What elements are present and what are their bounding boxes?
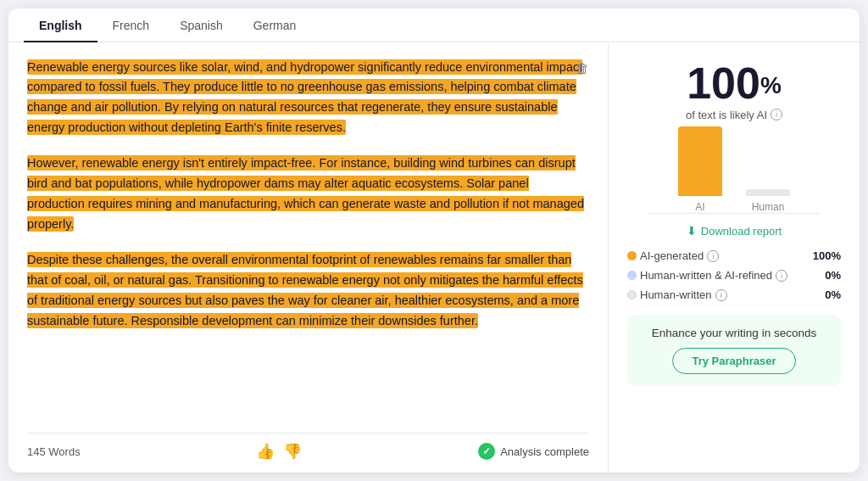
highlighted-text-2: However, renewable energy isn't entirely… [27, 155, 584, 232]
left-footer: 145 Words 👍 👎 Analysis complete [27, 433, 589, 461]
paraphraser-box: Enhance your writing in seconds Try Para… [627, 315, 841, 386]
paraphraser-title: Enhance your writing in seconds [641, 327, 827, 339]
paragraph-3: Despite these challenges, the overall en… [27, 250, 589, 332]
dot-refined [627, 271, 637, 280]
main-body: 🗑 Renewable energy sources like solar, w… [8, 42, 860, 473]
stat-pct-ai: 100% [813, 249, 841, 262]
stat-pct-refined: 0% [825, 269, 841, 282]
chart-bars: AI Human [661, 137, 807, 213]
percent-sign: % [760, 71, 782, 98]
likely-ai-label: of text is likely AI i [627, 109, 841, 121]
dot-human [627, 290, 637, 299]
thumbs-up-icon[interactable]: 👍 [256, 442, 275, 461]
human-bar [746, 189, 790, 196]
ai-percentage: 100 [687, 59, 760, 108]
thumbs-down-icon[interactable]: 👎 [283, 442, 302, 461]
ai-bar-col: AI [678, 126, 722, 213]
stat-pct-human: 0% [825, 288, 841, 301]
human-bar-col: Human [746, 189, 790, 213]
human-bar-label: Human [752, 201, 785, 213]
stat-label-refined-text: Human-written & AI-refined [640, 269, 772, 282]
stat-row-human: Human-written i 0% [627, 288, 841, 301]
chart-axis [648, 213, 820, 215]
stat-label-ai-text: AI-generated [640, 249, 704, 262]
dot-ai [627, 251, 637, 260]
tab-german[interactable]: German [238, 8, 312, 42]
stat-label-human: Human-written i [627, 288, 727, 301]
info-icon[interactable]: i [771, 109, 782, 120]
stats-list: AI-generated i 100% Human-written & AI-r… [627, 249, 841, 301]
highlighted-text-1: Renewable energy sources like solar, win… [27, 59, 582, 136]
highlighted-text-3: Despite these challenges, the overall en… [27, 252, 583, 328]
download-icon: ⬇ [687, 224, 697, 238]
word-count: 145 Words [27, 445, 81, 458]
stat-label-human-text: Human-written [640, 288, 712, 301]
check-circle-icon [478, 443, 495, 460]
language-tabs: English French Spanish German [8, 8, 860, 42]
try-paraphraser-button[interactable]: Try Paraphraser [672, 348, 795, 374]
percentage-block: 100% of text is likely AI i [627, 61, 841, 121]
left-panel: 🗑 Renewable energy sources like solar, w… [8, 42, 609, 473]
text-area: 🗑 Renewable energy sources like solar, w… [27, 58, 589, 427]
download-label: Download report [701, 225, 782, 238]
delete-icon[interactable]: 🗑 [576, 58, 589, 80]
feedback-icons: 👍 👎 [256, 442, 302, 461]
bar-chart: AI Human [627, 137, 841, 215]
download-report-link[interactable]: ⬇ Download report [687, 224, 782, 238]
analysis-status: Analysis complete [478, 443, 589, 460]
stat-label-ai: AI-generated i [627, 249, 719, 262]
stat-row-refined: Human-written & AI-refined i 0% [627, 269, 841, 282]
tab-spanish[interactable]: Spanish [164, 8, 238, 42]
tab-french[interactable]: French [97, 8, 165, 42]
right-panel: 100% of text is likely AI i AI Human [609, 42, 860, 473]
stat-label-refined: Human-written & AI-refined i [627, 269, 787, 282]
info-icon-refined[interactable]: i [776, 270, 787, 282]
info-icon-ai[interactable]: i [707, 250, 719, 262]
analysis-label: Analysis complete [500, 445, 589, 458]
ai-bar-label: AI [695, 201, 704, 213]
tab-english[interactable]: English [24, 8, 97, 42]
paragraph-1: Renewable energy sources like solar, win… [27, 58, 589, 139]
main-container: English French Spanish German 🗑 Renewabl… [8, 8, 860, 473]
stat-row-ai: AI-generated i 100% [627, 249, 841, 262]
paragraph-2: However, renewable energy isn't entirely… [27, 154, 589, 235]
info-icon-human[interactable]: i [715, 289, 727, 301]
ai-bar [678, 126, 722, 196]
